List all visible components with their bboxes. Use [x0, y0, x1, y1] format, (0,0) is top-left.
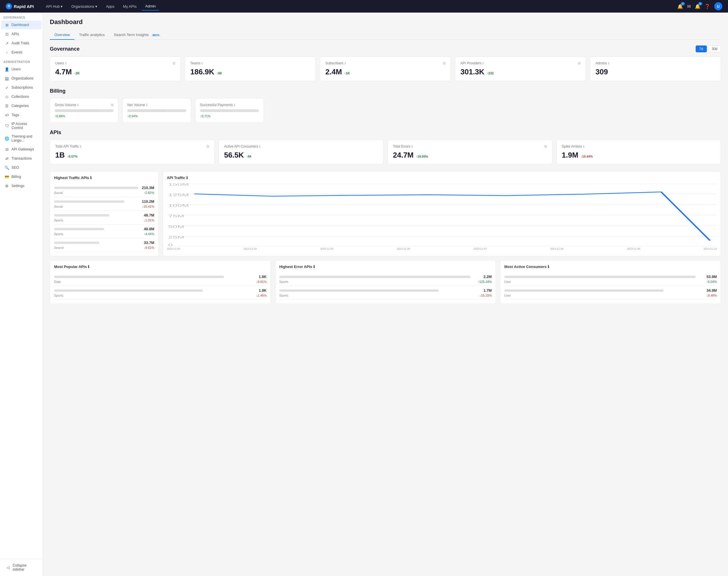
collapse-label: Collapse sidebar	[12, 564, 37, 571]
date-btn-7d[interactable]: 7d	[696, 46, 707, 52]
sidebar-item-collections[interactable]: ◇ Collections	[1, 92, 41, 101]
alerts-badge: 8	[698, 2, 702, 5]
admins-info-icon[interactable]: ℹ	[608, 61, 609, 65]
sidebar-item-ip-access-control[interactable]: 🛡 IP Access Control	[1, 120, 41, 132]
sidebar-item-categories[interactable]: ☰ Categories	[1, 102, 41, 110]
most-active-consumers-panel: Most Active Consumers ℹ 53.9M User ↑6.04…	[500, 260, 721, 304]
net-volume-info-icon[interactable]: ℹ	[146, 103, 147, 107]
topnav-apps[interactable]: Apps	[103, 3, 118, 10]
net-volume-bar-fill	[127, 109, 166, 112]
card-admins-label: Admins ℹ	[595, 61, 716, 65]
topnav-admin[interactable]: Admin	[142, 2, 159, 10]
payments-change: ↑0.71%	[200, 114, 259, 118]
apis-cards: Total API Traffic ℹ ⧉ 1B ↑0.57% Active A…	[50, 140, 721, 165]
x-label-3: 2023-11-06	[397, 248, 410, 250]
card-subscribers: Subscribers ℹ ⧉ 2.4M ↑1K	[320, 56, 451, 81]
api-value: 48.7M	[144, 213, 154, 218]
tab-traffic-analytics[interactable]: Traffic analytics	[75, 30, 109, 40]
collapse-sidebar-button[interactable]: ◁ Collapse sidebar	[2, 561, 40, 573]
sidebar-item-audit-trails[interactable]: ↗ Audit Trails	[1, 39, 41, 48]
subscribers-info-icon[interactable]: ℹ	[344, 61, 346, 65]
sidebar-item-seo[interactable]: 🔍 SEO	[1, 163, 41, 172]
alerts-icon[interactable]: 🔔 8	[695, 4, 701, 9]
total-errors-info-icon[interactable]: ℹ	[412, 145, 413, 148]
api-providers-info-icon[interactable]: ℹ	[482, 61, 484, 65]
sidebar-item-apis[interactable]: ⊡ APIs	[1, 30, 41, 38]
api-category: User	[504, 280, 511, 283]
most-active-consumers-info-icon[interactable]: ℹ	[548, 264, 549, 269]
api-name-bar	[54, 187, 139, 189]
total-traffic-link-icon[interactable]: ⧉	[206, 144, 209, 148]
users-info-icon[interactable]: ℹ	[65, 61, 66, 65]
date-btn-30d[interactable]: 30d	[708, 46, 721, 52]
seo-icon: 🔍	[5, 165, 9, 170]
apis-title: APIs	[50, 129, 61, 136]
api-value: 1.9K	[259, 288, 267, 293]
sidebar-item-api-gateways[interactable]: ⊟ API Gateways	[1, 145, 41, 153]
subscribers-change: ↑1K	[344, 71, 350, 75]
sidebar-item-transactions[interactable]: ⇄ Transactions	[1, 154, 41, 163]
notifications-icon[interactable]: 🔔 9	[677, 4, 683, 9]
sidebar-label-subscriptions: Subscriptions	[11, 86, 33, 89]
tab-overview[interactable]: Overview	[50, 30, 75, 40]
card-total-traffic: Total API Traffic ℹ ⧉ 1B ↑0.57%	[50, 140, 215, 165]
help-icon[interactable]: ❓	[704, 4, 710, 9]
card-users-value: 4.7M ↑2K	[55, 67, 175, 76]
transactions-icon: ⇄	[5, 156, 9, 161]
most-popular-info-icon[interactable]: ℹ	[88, 264, 89, 269]
billing-section: Billing Gross Volume ℹ ⧉ ↑0.88% Net Volu…	[50, 88, 721, 123]
highest-traffic-info-icon[interactable]: ℹ	[90, 176, 91, 180]
user-avatar[interactable]: U	[714, 2, 722, 10]
sidebar-label-settings: Settings	[11, 184, 24, 188]
ip-access-icon: 🛡	[5, 123, 9, 128]
sidebar-item-users[interactable]: 👤 Users	[1, 65, 41, 74]
organizations-icon: 🏢	[5, 76, 9, 81]
audit-trails-icon: ↗	[5, 41, 9, 46]
teams-info-icon[interactable]: ℹ	[201, 61, 203, 65]
api-traffic-info-icon[interactable]: ℹ	[186, 176, 188, 180]
api-providers-change: ↑233	[487, 71, 494, 75]
highest-error-info-icon[interactable]: ℹ	[313, 264, 315, 269]
users-link-icon[interactable]: ⧉	[173, 61, 175, 65]
mail-icon[interactable]: ✉	[687, 4, 691, 9]
api-change: ↓1.01%	[144, 219, 154, 222]
sidebar-item-billing[interactable]: 💳 Billing	[1, 172, 41, 181]
spike-arrests-value: 1.9M ↓10.44%	[562, 151, 716, 160]
card-active-consumers: Active API Consumers ℹ 56.5K ↑84	[219, 140, 384, 165]
total-traffic-info-icon[interactable]: ℹ	[80, 145, 81, 148]
sidebar-label-dashboard: Dashboard	[11, 23, 29, 27]
billing-card-payments: Successful Payments ℹ ↑0.71%	[195, 98, 264, 123]
highest-error-title: Highest Error APIs ℹ	[279, 264, 492, 269]
beta-badge: BETA	[151, 33, 161, 37]
gross-link-icon[interactable]: ⧉	[111, 103, 114, 107]
sidebar-label-billing: Billing	[11, 175, 21, 179]
active-consumers-info-icon[interactable]: ℹ	[259, 145, 260, 148]
sidebar-item-organizations[interactable]: 🏢 Organizations	[1, 74, 41, 83]
net-volume-label: Net Volume ℹ	[127, 103, 186, 107]
topnav-organizations[interactable]: Organizations ▾	[68, 3, 101, 10]
sidebar-item-subscriptions[interactable]: ✓ Subscriptions	[1, 83, 41, 92]
x-label-7: 2023-11-10	[704, 248, 717, 250]
sidebar-item-tags[interactable]: 🏷 Tags	[1, 111, 41, 119]
topnav-my-apis[interactable]: My APIs	[120, 3, 140, 10]
topnav-api-hub[interactable]: API Hub ▾	[43, 3, 66, 10]
logo-icon: R	[6, 3, 12, 9]
sidebar-item-theming[interactable]: 🌐 Theming and Langu...	[1, 133, 41, 144]
api-name-bar	[54, 289, 203, 292]
most-popular-panel: Most Popular APIs ℹ 1.9K Data ↓8.81% 1.9…	[50, 260, 271, 304]
card-api-providers: API Providers ℹ ⧉ 301.3K ↑233	[455, 56, 586, 81]
logo[interactable]: R Rapid API	[6, 3, 34, 9]
subscribers-link-icon[interactable]: ⧉	[443, 61, 446, 65]
billing-card-net: Net Volume ℹ ↑0.94%	[122, 98, 191, 123]
apis-section: APIs Total API Traffic ℹ ⧉ 1B ↑0.57%	[50, 129, 721, 165]
tab-search-term-insights[interactable]: Search Term Insights BETA	[109, 30, 165, 40]
api-providers-link-icon[interactable]: ⧉	[578, 61, 581, 65]
gross-volume-info-icon[interactable]: ℹ	[77, 103, 78, 107]
total-errors-link-icon[interactable]: ⧉	[544, 144, 547, 148]
sidebar-item-settings[interactable]: ⚙ Settings	[1, 182, 41, 190]
successful-payments-info-icon[interactable]: ℹ	[234, 103, 235, 107]
sidebar-item-dashboard[interactable]: ⊞ Dashboard	[1, 21, 41, 29]
sidebar-item-events[interactable]: ↑ Events	[1, 48, 41, 57]
spike-arrests-info-icon[interactable]: ℹ	[583, 145, 584, 148]
api-category: Search	[54, 246, 64, 250]
